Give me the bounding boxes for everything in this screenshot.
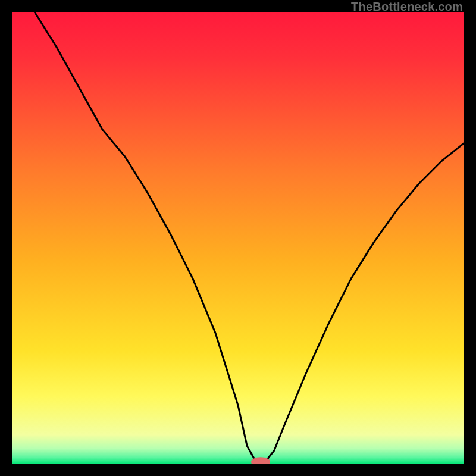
chart-frame: TheBottleneck.com: [0, 0, 476, 476]
chart-svg: [12, 12, 464, 464]
chart-background-gradient: [12, 12, 464, 464]
watermark-label: TheBottleneck.com: [351, 0, 463, 13]
watermark-text: TheBottleneck.com: [351, 0, 463, 14]
chart-plot: [12, 12, 464, 464]
